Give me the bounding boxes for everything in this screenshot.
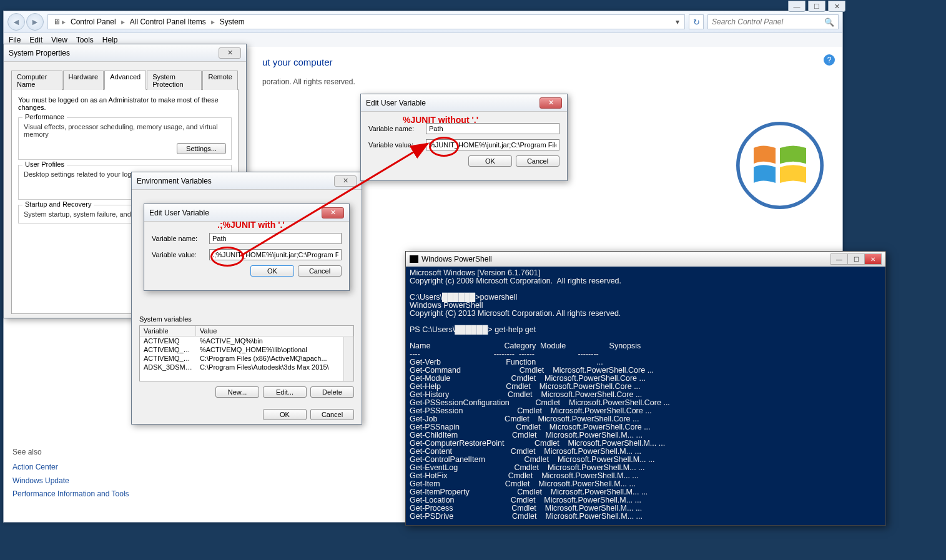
col-value[interactable]: Value [196,326,353,336]
col-variable[interactable]: Variable [140,326,196,336]
breadcrumb-item[interactable]: Control Panel [68,17,119,26]
admin-note: You must be logged on as an Administrato… [18,96,232,111]
powershell-window: Windows PowerShell — ☐ ✕ Microsoft Windo… [405,251,886,526]
dialog-title: Edit User Variable [366,99,426,107]
breadcrumb-item[interactable]: All Control Panel Items [127,17,209,26]
dropdown-icon[interactable]: ▾ [673,17,682,26]
link-perf-info[interactable]: Performance Information and Tools [12,489,131,499]
edit-user-variable-dialog-2: Edit User Variable ✕ Variable name: Vari… [360,94,568,181]
table-row[interactable]: ACTIVEMQ%ACTIVE_MQ%\bin [140,336,353,345]
close-icon[interactable]: ✕ [322,207,344,219]
svg-point-0 [738,124,822,207]
settings-button[interactable]: Settings... [177,143,226,154]
ok-button[interactable]: OK [250,265,294,277]
menu-view[interactable]: View [51,36,67,44]
system-variables-label: System variables [139,315,354,323]
menu-edit[interactable]: Edit [29,36,42,44]
scrollbar[interactable] [343,337,353,381]
breadcrumb-item[interactable]: System [217,17,247,26]
table-row[interactable]: ADSK_3DSMAX_...C:\Program Files\Autodesk… [140,363,353,371]
edit-user-variable-dialog-1: Edit User Variable ✕ Variable name: Vari… [144,204,350,291]
group-title: Startup and Recovery [22,200,94,208]
forward-button[interactable]: ► [26,13,44,31]
group-desc: Visual effects, processor scheduling, me… [24,123,226,138]
link-windows-update[interactable]: Windows Update [12,476,131,486]
refresh-button[interactable]: ↻ [689,14,704,29]
help-icon[interactable]: ? [824,54,835,66]
maximize-button[interactable]: ☐ [808,1,825,12]
dialog-titlebar: Edit User Variable ✕ [144,204,349,222]
dialog-title: Environment Variables [137,177,212,185]
back-button[interactable]: ◄ [7,13,25,31]
ok-button[interactable]: OK [263,409,307,420]
delete-button[interactable]: Delete [310,386,354,398]
variable-name-label: Variable name: [152,235,209,242]
table-row[interactable]: ACTIVEMQ_CLA...%ACTIVEMQ_HOME%\lib\optio… [140,345,353,354]
tab-advanced[interactable]: Advanced [104,71,146,90]
breadcrumb[interactable]: 🖥 ▸ Control Panel ▸ All Control Panel It… [47,14,685,29]
menu-tools[interactable]: Tools [76,36,94,44]
minimize-button[interactable]: — [830,253,848,265]
tab-hardware[interactable]: Hardware [63,71,104,90]
copyright-text: poration. All rights reserved. [262,77,827,86]
performance-group: Performance Visual effects, processor sc… [18,117,232,160]
variable-value-label: Variable value: [152,251,209,258]
powershell-title: Windows PowerShell [421,255,492,263]
tab-computer-name[interactable]: Computer Name [11,71,62,90]
link-action-center[interactable]: Action Center [12,463,131,473]
variable-name-label: Variable name: [368,125,426,132]
window-controls: — ☐ ✕ [788,1,845,12]
minimize-button[interactable]: — [788,1,806,12]
close-button[interactable]: ✕ [864,253,882,265]
table-row[interactable]: ACTIVEMQ_HOMEC:\Program Files (x86)\Acti… [140,354,353,363]
search-input[interactable] [712,17,824,26]
tabs: Computer Name Hardware Advanced System P… [11,71,239,90]
search-box[interactable]: 🔍 [707,14,839,29]
search-icon[interactable]: 🔍 [824,17,834,27]
group-title: User Profiles [22,160,67,168]
nav-bar: ◄ ► 🖥 ▸ Control Panel ▸ All Control Pane… [4,11,842,33]
powershell-output[interactable]: Microsoft Windows [Version 6.1.7601]Copy… [406,267,885,523]
tab-system-protection[interactable]: System Protection [147,71,202,90]
cancel-button[interactable]: Cancel [516,155,559,167]
ok-button[interactable]: OK [468,155,512,167]
dialog-title: Edit User Variable [149,209,209,217]
see-also: See also Action Center Windows Update Pe… [12,448,131,503]
dialog-titlebar: Environment Variables ✕ [132,172,362,190]
variable-name-input[interactable] [209,233,342,244]
page-title: ut your computer [262,57,827,67]
close-icon[interactable]: ✕ [334,175,357,187]
tab-remote[interactable]: Remote [202,71,238,90]
dialog-titlebar: System Properties ✕ [4,44,246,62]
variable-value-input[interactable] [426,139,559,150]
group-title: Performance [22,113,67,120]
dialog-title: System Properties [9,49,70,57]
close-icon[interactable]: ✕ [219,47,241,59]
menu-file[interactable]: File [9,36,21,44]
cancel-button[interactable]: Cancel [310,409,354,420]
windows-logo [736,122,824,209]
dialog-titlebar: Edit User Variable ✕ [361,94,567,112]
variable-name-input[interactable] [426,123,559,134]
powershell-icon [410,255,418,263]
edit-button[interactable]: Edit... [263,386,307,398]
close-button[interactable]: ✕ [828,1,845,12]
powershell-titlebar: Windows PowerShell — ☐ ✕ [406,252,885,267]
see-also-title: See also [12,448,131,456]
cancel-button[interactable]: Cancel [298,265,342,277]
close-icon[interactable]: ✕ [540,97,562,109]
computer-icon[interactable]: 🖥 [51,17,59,26]
variable-value-label: Variable value: [368,141,426,149]
new-button[interactable]: New... [215,386,259,398]
menu-help[interactable]: Help [102,36,118,44]
variable-value-input[interactable] [209,249,342,260]
maximize-button[interactable]: ☐ [847,253,865,265]
system-variables-table[interactable]: Variable Value ACTIVEMQ%ACTIVE_MQ%\bin A… [139,325,354,381]
